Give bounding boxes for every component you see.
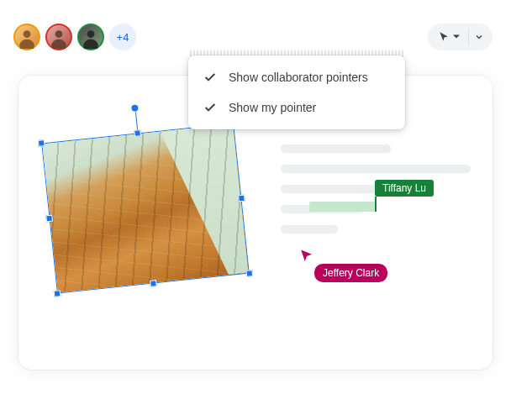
svg-point-5: [83, 39, 98, 49]
pointer-options-menu: Show collaborator pointers Show my point…: [188, 55, 405, 129]
svg-point-3: [51, 39, 66, 49]
resize-handle-ml[interactable]: [45, 215, 53, 223]
menu-item-label: Show collaborator pointers: [229, 71, 368, 84]
collaborator-overflow-badge[interactable]: +4: [109, 24, 136, 50]
svg-point-2: [55, 30, 63, 38]
resize-handle-bl[interactable]: [54, 290, 61, 297]
collaborator-text-selection: [309, 202, 375, 212]
text-line: [281, 165, 471, 173]
selected-image-frame[interactable]: [41, 123, 250, 293]
resize-handle-tl[interactable]: [38, 139, 45, 147]
building-photo[interactable]: [42, 124, 248, 293]
menu-item-label: Show my pointer: [229, 101, 316, 114]
resize-handle-tm[interactable]: [134, 129, 141, 137]
collaborator-avatar-1[interactable]: [13, 24, 40, 50]
chevron-down-icon: [474, 32, 484, 42]
menu-item-show-my-pointer[interactable]: Show my pointer: [188, 92, 405, 123]
resize-handle-bm[interactable]: [150, 280, 157, 287]
pointer-tool-dropdown-toggle[interactable]: [468, 29, 489, 45]
pointer-tool-split-button: [428, 24, 493, 50]
text-line: [281, 225, 338, 234]
collaborator-label-jeffery: Jeffery Clark: [314, 264, 387, 282]
svg-point-4: [87, 30, 95, 38]
svg-point-0: [24, 30, 31, 38]
menu-item-show-collaborator-pointers[interactable]: Show collaborator pointers: [188, 62, 405, 92]
svg-point-1: [19, 39, 34, 49]
collaborator-avatar-row: +4: [13, 24, 136, 50]
collaborator-pointer-jeffery: [299, 249, 314, 267]
resize-handle-mr[interactable]: [238, 195, 245, 202]
pointer-tool-button[interactable]: [431, 31, 466, 43]
collaborator-text-cursor: [375, 197, 377, 212]
text-line: [281, 144, 391, 153]
check-icon: [203, 71, 217, 84]
check-icon: [203, 101, 217, 114]
resize-handle-br[interactable]: [245, 270, 253, 277]
collaborator-label-tiffany: Tiffany Lu: [375, 180, 434, 197]
cursor-icon: [438, 31, 450, 43]
collaborator-avatar-2[interactable]: [45, 24, 72, 50]
collaborator-avatar-3[interactable]: [77, 24, 104, 50]
caret-down-icon: [453, 34, 460, 40]
cursor-pointer-icon: [299, 249, 314, 264]
